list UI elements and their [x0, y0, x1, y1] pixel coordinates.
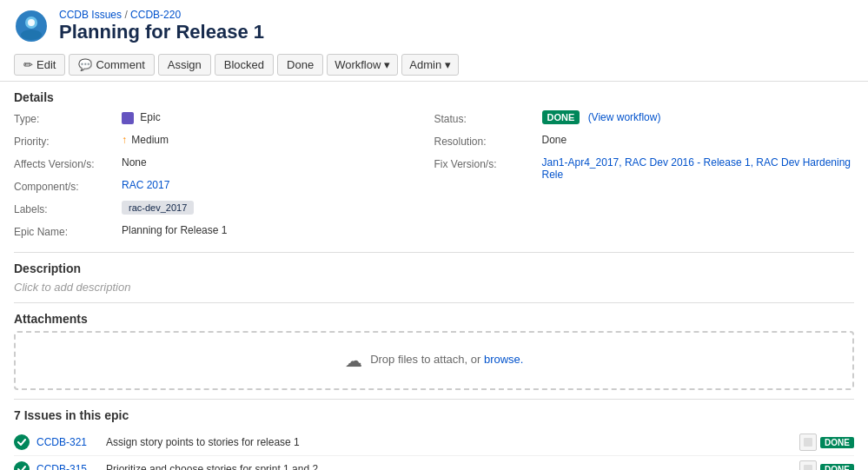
- svg-point-3: [28, 19, 35, 26]
- issue-action-button[interactable]: [799, 434, 817, 451]
- edit-button[interactable]: ✏ Edit: [14, 54, 65, 76]
- status-label: Status:: [434, 111, 539, 125]
- breadcrumb: CCDB Issues / CCDB-220: [59, 9, 264, 21]
- done-button[interactable]: Done: [277, 54, 323, 76]
- comment-icon: 💬: [78, 58, 92, 71]
- components-label: Component/s:: [14, 179, 118, 193]
- priority-value: ↑ Medium: [122, 134, 169, 146]
- resolution-value: Done: [542, 134, 567, 146]
- issues-title: 7 Issues in this epic: [14, 408, 854, 422]
- labels-label: Labels:: [14, 202, 118, 215]
- toolbar: ✏ Edit 💬 Comment Assign Blocked Done Wor…: [0, 49, 868, 82]
- app-logo: [14, 9, 49, 43]
- type-value: Epic: [122, 111, 161, 124]
- details-title: Details: [14, 90, 854, 104]
- breadcrumb-issue[interactable]: CCDB-220: [130, 9, 181, 21]
- done-badge: DONE: [820, 464, 854, 471]
- drop-text: Drop files to attach, or: [370, 353, 480, 366]
- issue-actions: DONE: [799, 460, 854, 470]
- status-value: DONE (View workflow): [542, 111, 661, 123]
- labels-value: rac-dev_2017: [122, 202, 194, 214]
- affects-label: Affects Version/s:: [14, 156, 118, 170]
- description-title: Description: [14, 261, 854, 275]
- table-row: CCDB-321Assign story points to stories f…: [14, 429, 854, 456]
- svg-rect-4: [804, 438, 812, 447]
- priority-icon: ↑: [122, 134, 127, 146]
- issues-list: CCDB-321Assign story points to stories f…: [14, 429, 854, 470]
- epic-icon: [122, 112, 134, 124]
- components-value: RAC 2017: [122, 179, 169, 191]
- issue-id-link[interactable]: CCDB-321: [36, 436, 99, 448]
- chevron-down-icon: ▾: [445, 58, 451, 71]
- resolution-label: Resolution:: [434, 134, 539, 148]
- attachments-section: Attachments ☁ Drop files to attach, or b…: [14, 303, 854, 400]
- fix-versions-value: Jan1-Apr4_2017, RAC Dev 2016 - Release 1…: [542, 156, 855, 181]
- page-title: Planning for Release 1: [59, 21, 264, 43]
- chevron-down-icon: ▾: [384, 58, 390, 71]
- epic-name-value: Planning for Release 1: [122, 224, 227, 236]
- priority-label: Priority:: [14, 134, 118, 148]
- description-section: Description Click to add description: [14, 253, 854, 303]
- workflow-button[interactable]: Workflow ▾: [327, 54, 398, 76]
- details-section: Details Type: Epic Priority: ↑ Medium: [14, 82, 854, 253]
- affects-value: None: [122, 156, 147, 169]
- epic-name-label: Epic Name:: [14, 224, 118, 238]
- issue-actions: DONE: [799, 434, 854, 451]
- drop-zone[interactable]: ☁ Drop files to attach, or browse.: [14, 331, 854, 390]
- issue-description: Prioritize and choose stories for sprint…: [106, 463, 792, 470]
- table-row: CCDB-315Prioritize and choose stories fo…: [14, 456, 854, 470]
- admin-button[interactable]: Admin ▾: [401, 54, 459, 76]
- issue-action-button[interactable]: [799, 460, 817, 470]
- blocked-button[interactable]: Blocked: [215, 54, 274, 76]
- description-placeholder[interactable]: Click to add description: [14, 281, 854, 294]
- attachments-title: Attachments: [14, 312, 854, 326]
- svg-rect-5: [804, 465, 812, 470]
- issue-check-icon: [14, 461, 30, 470]
- breadcrumb-project[interactable]: CCDB Issues: [59, 9, 122, 21]
- cloud-upload-icon: ☁: [345, 351, 362, 370]
- issue-check-icon: [14, 434, 30, 450]
- svg-point-2: [21, 30, 42, 40]
- issues-section: 7 Issues in this epic CCDB-321Assign sto…: [14, 400, 854, 470]
- edit-icon: ✏: [23, 58, 33, 71]
- assign-button[interactable]: Assign: [158, 54, 211, 76]
- comment-button[interactable]: 💬 Comment: [69, 54, 154, 76]
- done-badge: DONE: [820, 437, 854, 448]
- issue-description: Assign story points to stories for relea…: [106, 436, 792, 448]
- issue-id-link[interactable]: CCDB-315: [36, 463, 99, 470]
- browse-link[interactable]: browse.: [484, 353, 524, 366]
- view-workflow-link[interactable]: (View workflow): [588, 111, 661, 123]
- fix-versions-label: Fix Version/s:: [434, 156, 539, 170]
- type-label: Type:: [14, 111, 118, 125]
